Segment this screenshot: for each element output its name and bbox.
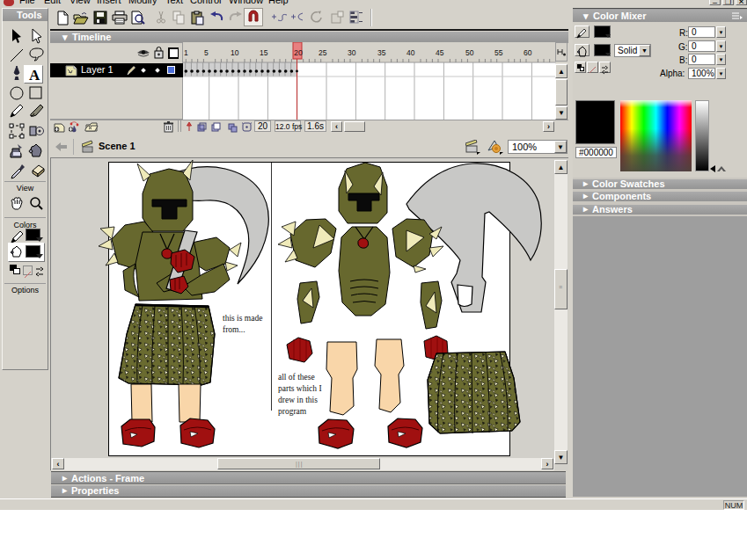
- svg-text:20: 20: [294, 48, 303, 57]
- svg-text:40: 40: [406, 48, 415, 57]
- svg-text:30: 30: [348, 48, 356, 57]
- svg-text:45: 45: [436, 48, 444, 57]
- svg-text:program: program: [278, 407, 307, 416]
- svg-text:all of these: all of these: [278, 373, 315, 382]
- svg-text:35: 35: [377, 48, 386, 57]
- svg-text:25: 25: [319, 48, 327, 57]
- svg-text:this is made: this is made: [223, 314, 262, 323]
- svg-text:A: A: [29, 67, 40, 84]
- svg-text:60: 60: [524, 48, 532, 57]
- svg-text:parts which I: parts which I: [278, 384, 322, 393]
- svg-text:5: 5: [204, 48, 209, 57]
- svg-text:15: 15: [260, 48, 268, 57]
- svg-text:from...: from...: [223, 325, 245, 334]
- svg-text:55: 55: [494, 48, 503, 57]
- svg-text:drew in this: drew in this: [278, 396, 318, 404]
- svg-text:1: 1: [184, 48, 188, 57]
- svg-text:50: 50: [465, 48, 474, 57]
- svg-text:10: 10: [231, 48, 239, 57]
